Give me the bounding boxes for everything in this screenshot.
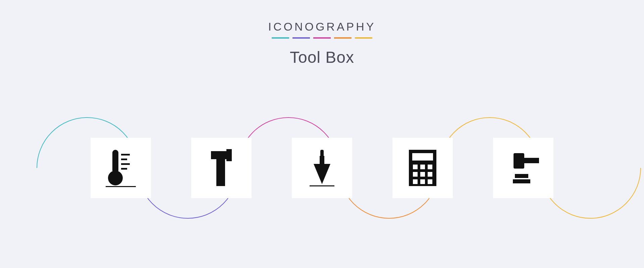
calculator-icon: [404, 148, 441, 188]
trowel-icon: [304, 148, 340, 188]
svg-point-1: [108, 171, 123, 185]
icon-card-thermometer: [91, 138, 151, 198]
bar-1: [272, 37, 289, 39]
pack-title: Tool Box: [0, 48, 644, 66]
hammer-icon: [203, 148, 240, 188]
svg-rect-21: [413, 179, 418, 184]
gavel-icon: [505, 148, 542, 188]
thermometer-icon: [102, 148, 139, 188]
svg-rect-26: [515, 174, 528, 178]
svg-rect-22: [420, 179, 425, 184]
icon-card-hammer: [191, 138, 252, 198]
svg-rect-8: [226, 149, 232, 161]
svg-rect-15: [413, 165, 418, 169]
icon-stage: [0, 87, 644, 249]
icon-card-gavel: [493, 138, 553, 198]
svg-rect-12: [310, 185, 334, 186]
icon-card-trowel: [292, 138, 352, 198]
svg-rect-5: [121, 168, 127, 170]
svg-rect-10: [320, 150, 324, 157]
svg-rect-20: [428, 172, 432, 177]
svg-rect-19: [420, 172, 425, 177]
brand-color-bars: [0, 37, 644, 39]
svg-rect-27: [513, 179, 530, 183]
bar-4: [334, 37, 352, 39]
header: ICONOGRAPHY Tool Box: [0, 0, 644, 66]
svg-rect-0: [112, 150, 118, 173]
svg-rect-4: [121, 163, 130, 165]
svg-rect-14: [412, 153, 433, 161]
svg-rect-16: [420, 165, 425, 169]
svg-rect-23: [428, 179, 432, 184]
icon-row: [0, 87, 644, 249]
svg-rect-3: [121, 159, 127, 160]
svg-rect-24: [514, 153, 524, 169]
svg-rect-25: [524, 158, 539, 163]
svg-rect-6: [106, 186, 136, 187]
svg-rect-17: [428, 165, 432, 169]
icon-card-calculator: [392, 138, 453, 198]
svg-rect-2: [121, 154, 130, 155]
svg-rect-18: [413, 172, 418, 177]
bar-5: [355, 37, 372, 39]
svg-rect-11: [320, 156, 324, 165]
svg-rect-9: [216, 159, 225, 186]
brand-text: ICONOGRAPHY: [0, 20, 644, 33]
bar-2: [292, 37, 310, 39]
bar-3: [313, 37, 331, 39]
